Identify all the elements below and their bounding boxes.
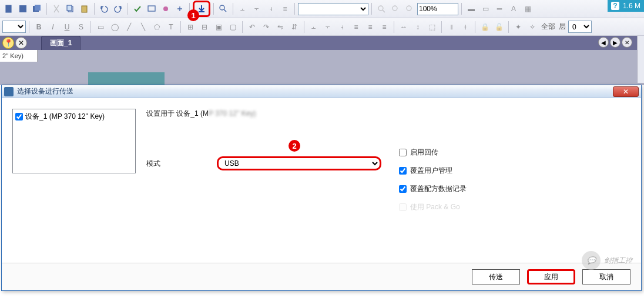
cancel-button[interactable]: 取消	[582, 269, 630, 284]
dialog-titlebar: 选择设备进行传送 ✕	[2, 85, 641, 98]
device-checkbox[interactable]	[15, 113, 23, 120]
back-icon[interactable]: ▢	[226, 21, 239, 34]
misc2-icon[interactable]: ✧	[526, 21, 539, 34]
checkbox-override-recipe[interactable]: 覆盖配方数据记录	[399, 184, 467, 194]
svg-rect-0	[6, 5, 11, 12]
align-left-icon[interactable]: ⫠	[236, 2, 249, 15]
save-all-icon[interactable]	[31, 2, 43, 15]
rotate-left-icon[interactable]: ↶	[246, 21, 259, 34]
align-top-icon[interactable]: ⫠	[307, 21, 320, 34]
undo-icon[interactable]	[98, 2, 110, 15]
polygon-icon[interactable]: ⬠	[150, 21, 163, 34]
checkbox-override-user[interactable]: 覆盖用户管理	[399, 166, 467, 176]
check-icon[interactable]	[131, 2, 144, 15]
checkbox-back-transfer[interactable]: 启用回传	[399, 148, 467, 158]
font-combo[interactable]	[298, 3, 368, 15]
link-icon[interactable]	[173, 2, 186, 15]
align-c-icon[interactable]: ≡	[364, 21, 377, 34]
tab-next-icon[interactable]: ▶	[610, 37, 620, 48]
style-combo[interactable]	[2, 21, 26, 33]
workspace: 2'' Key)	[0, 50, 644, 85]
italic-icon[interactable]: I	[46, 21, 59, 34]
text-icon[interactable]: T	[165, 21, 177, 34]
align-l-icon[interactable]: ≡	[350, 21, 363, 34]
fill-color-icon[interactable]: ▬	[465, 2, 478, 15]
find-icon[interactable]	[217, 2, 230, 15]
device-list[interactable]: 设备_1 (MP 370 12'' Key)	[12, 109, 136, 173]
dialog-close-button[interactable]: ✕	[613, 86, 639, 97]
apply-button[interactable]: 应用	[527, 269, 575, 284]
ungroup-icon[interactable]: ⊟	[198, 21, 211, 34]
chk-recipe-input[interactable]	[399, 185, 407, 193]
mode-label: 模式	[146, 159, 217, 169]
line-tool-icon[interactable]: ╱	[122, 21, 135, 34]
toolbar-row-1: 1 ⫠ ⫟ ⫞ ≡ ▬ ▭ ═ A ▦	[0, 0, 644, 18]
new-icon[interactable]	[2, 2, 15, 15]
group-icon[interactable]: ⊞	[184, 21, 197, 34]
distribute-icon[interactable]: ≡	[279, 2, 291, 15]
same-height-icon[interactable]: ↕	[411, 21, 424, 34]
svg-rect-6	[82, 6, 87, 12]
transfer-button[interactable]: 传送	[472, 269, 520, 284]
save-icon[interactable]	[16, 2, 29, 15]
dist-v-icon[interactable]: ⫲	[459, 21, 472, 34]
align-r-icon[interactable]: ≡	[378, 21, 391, 34]
line-color-icon[interactable]: ▭	[479, 2, 492, 15]
align-bot-icon[interactable]: ⫞	[336, 21, 348, 34]
zoom-combo[interactable]	[417, 3, 458, 15]
svg-point-8	[163, 6, 168, 11]
layer-combo[interactable]: 0	[568, 21, 592, 33]
polyline-icon[interactable]: ╲	[136, 21, 149, 34]
underline-icon[interactable]: U	[61, 21, 73, 34]
flip-h-icon[interactable]: ⇋	[274, 21, 287, 34]
zoom-fit-icon[interactable]	[403, 2, 416, 15]
same-width-icon[interactable]: ↔	[397, 21, 410, 34]
lock-icon[interactable]: 🔒	[478, 21, 491, 34]
tab-strip: 📍 ✕ 画面_1 ◀ ▶ ✕	[0, 36, 644, 50]
download-button[interactable]: 1	[193, 1, 210, 17]
tab-prev-icon[interactable]: ◀	[598, 37, 609, 48]
same-size-icon[interactable]: ⬚	[425, 21, 438, 34]
mode-select[interactable]: USB	[217, 156, 381, 170]
panel-close-icon[interactable]: ✕	[15, 37, 27, 49]
rotate-right-icon[interactable]: ↷	[260, 21, 273, 34]
screen-icon[interactable]	[145, 2, 158, 15]
help-icon[interactable]: ?	[611, 2, 619, 10]
checkbox-pack-and-go: 使用 Pack & Go	[399, 202, 467, 212]
tag-icon[interactable]	[159, 2, 172, 15]
zoom-out-icon[interactable]	[389, 2, 402, 15]
tab-close-icon[interactable]: ✕	[622, 37, 632, 48]
dialog-footer: 传送 应用 取消	[2, 263, 641, 290]
device-item-1[interactable]: 设备_1 (MP 370 12'' Key)	[15, 112, 133, 122]
bg-color-icon[interactable]: ▦	[521, 2, 534, 15]
copy-icon[interactable]	[64, 2, 77, 15]
strike-icon[interactable]: S	[75, 21, 88, 34]
redo-icon[interactable]	[112, 2, 125, 15]
bold-icon[interactable]: B	[32, 21, 45, 34]
line-style-icon[interactable]: ═	[493, 2, 506, 15]
svg-point-12	[393, 6, 397, 11]
app-corner-badge: ? 1.6 M	[608, 0, 644, 12]
align-mid-icon[interactable]: ⫟	[321, 21, 334, 34]
chk-pack-input	[399, 203, 407, 211]
chk-back-input[interactable]	[399, 149, 407, 156]
chk-user-input[interactable]	[399, 167, 407, 175]
misc1-icon[interactable]: ✦	[512, 21, 525, 34]
front-icon[interactable]: ▣	[212, 21, 225, 34]
flip-v-icon[interactable]: ⇵	[288, 21, 301, 34]
align-center-icon[interactable]: ⫟	[250, 2, 263, 15]
rect-icon[interactable]: ▭	[94, 21, 107, 34]
dialog-title: 选择设备进行传送	[17, 86, 613, 96]
paste-icon[interactable]	[78, 2, 91, 15]
ellipse-icon[interactable]: ◯	[108, 21, 121, 34]
align-right-icon[interactable]: ⫞	[264, 2, 277, 15]
dist-h-icon[interactable]: ⫴	[445, 21, 458, 34]
version-text: 1.6 M	[623, 2, 640, 10]
font-color-a-icon[interactable]: A	[507, 2, 520, 15]
tab-screen-1[interactable]: 画面_1	[41, 36, 80, 50]
zoom-in-icon[interactable]	[375, 2, 388, 15]
transfer-dialog: 选择设备进行传送 ✕ 设备_1 (MP 370 12'' Key) 设置用于 设…	[1, 85, 642, 291]
unlock-icon[interactable]: 🔓	[492, 21, 505, 34]
cut-icon[interactable]	[50, 2, 63, 15]
pin-icon[interactable]: 📍	[2, 37, 14, 49]
